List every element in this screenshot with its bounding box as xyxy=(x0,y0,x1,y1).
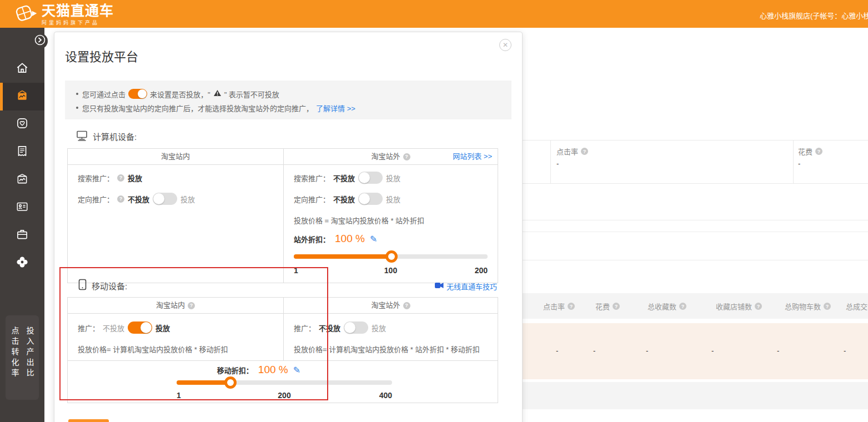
app-logo: 天猫直通车 阿里妈妈旗下产品 xyxy=(14,2,114,27)
dialog-title: 设置投放平台 xyxy=(65,47,138,64)
platform-settings-dialog: ✕ 设置投放平台 您可通过点击 来设置是否投放，" " 表示暂不可投放 您只有投… xyxy=(54,32,523,422)
mobile-slider-labels: 1 200 400 xyxy=(177,391,392,401)
tip2-text: 您只有投放淘宝站内的定向推广后，才能选择投放淘宝站外的定向推广， xyxy=(82,103,313,113)
outside-discount-slider[interactable] xyxy=(294,254,488,259)
question-icon[interactable]: ? xyxy=(755,303,762,310)
sidebar-nav xyxy=(0,55,44,277)
question-icon[interactable]: ? xyxy=(679,303,686,310)
tip-line-2: 您只有投放淘宝站内的定向推广后，才能选择投放淘宝站外的定向推广， 了解详情 >> xyxy=(75,103,501,113)
stat-value: - xyxy=(777,346,779,355)
sidebar-item-toolbox[interactable] xyxy=(0,222,44,249)
tips-box: 您可通过点击 来设置是否投放，" " 表示暂不可投放 您只有投放淘宝站内的定向推… xyxy=(65,81,511,119)
stat-col-shop-favorites: 收藏店铺数? xyxy=(716,301,762,312)
stat-col-cost: 花费? xyxy=(595,301,620,312)
stat-col-orders: 总成交笔? xyxy=(846,301,868,312)
mobile-outside-promo-row: 推广： 不投放 投放 xyxy=(294,321,488,334)
sidebar-item-favorites[interactable] xyxy=(0,110,44,138)
mobile-inside-header: 淘宝站内 ? xyxy=(68,298,284,313)
wireless-tips-link[interactable]: 无线直通车技巧 xyxy=(435,281,497,292)
sidebar-item-lens[interactable] xyxy=(0,249,44,277)
question-icon[interactable]: ? xyxy=(815,148,822,155)
mobile-outside-promo-toggle[interactable] xyxy=(344,321,368,334)
app-subtitle: 阿里妈妈旗下产品 xyxy=(42,19,114,26)
stats-table-header: 点击率? 花费? 总收藏数? 收藏店铺数? 总购物车数? 总成交笔? xyxy=(523,293,868,319)
computer-outside-target-row: 定向推广： 不投放 投放 xyxy=(294,193,488,205)
question-icon[interactable]: ? xyxy=(824,303,831,310)
mobile-inside-price-formula: 投放价格= 计算机淘宝站内投放价格 * 移动折扣 xyxy=(78,344,273,354)
outside-slider-labels: 1 100 200 xyxy=(294,266,488,276)
stat-value: - xyxy=(711,346,714,355)
tip1-text-mid: 来设置是否投放，" xyxy=(150,89,210,99)
mobile-platform-table: 淘宝站内 ? 淘宝站外 ? 推广： 不投放 投放 投放价格= 计算机淘宝站内投放… xyxy=(67,297,498,403)
video-camera-icon xyxy=(435,282,444,290)
report-receipt-icon xyxy=(16,144,29,160)
sidebar-item-reports[interactable] xyxy=(0,138,44,166)
question-icon[interactable]: ? xyxy=(581,148,588,155)
tip-line-1: 您可通过点击 来设置是否投放，" " 表示暂不可投放 xyxy=(75,87,501,101)
bg-ctr-header: 点击率 ? xyxy=(556,146,588,157)
tip1-text-pre: 您可通过点击 xyxy=(82,89,126,99)
outside-discount-row: 站外折扣： 100 % ✎ xyxy=(294,232,488,246)
computer-inside-header: 淘宝站内 xyxy=(68,149,284,164)
mobile-inside-promo-toggle[interactable] xyxy=(128,321,152,334)
top-bar: 天猫直通车 阿里妈妈旗下产品 心雅小栈旗舰店(子帐号：心雅小栈 xyxy=(0,0,868,28)
toggle-example-icon xyxy=(128,89,147,99)
learn-more-link[interactable]: 了解详情 >> xyxy=(316,103,355,113)
chevron-right-icon xyxy=(33,33,47,49)
site-list-link[interactable]: 网站列表 >> xyxy=(453,149,492,164)
stats-table-row[interactable]: - - - - - - xyxy=(523,323,868,379)
sidebar-item-campaign-active[interactable] xyxy=(0,83,44,110)
computer-inside-search-row: 搜索推广： ? 投放 xyxy=(78,172,273,184)
home-icon xyxy=(16,61,29,77)
sidebar-item-creatives[interactable] xyxy=(0,166,44,194)
mobile-discount-slider[interactable] xyxy=(177,380,392,385)
background-page: 点击率 ? - 花费 ? - 点击率? 花费? 总收藏数? 收藏店铺数? 总购物… xyxy=(523,28,868,422)
stat-value: - xyxy=(646,346,648,355)
picture-frame-icon xyxy=(16,172,29,188)
edit-pencil-icon[interactable]: ✎ xyxy=(293,365,300,375)
sidebar-item-customer-card[interactable] xyxy=(0,194,44,222)
bg-cost-header: 花费 ? xyxy=(798,146,822,157)
question-icon[interactable]: ? xyxy=(117,195,124,203)
question-icon[interactable]: ? xyxy=(117,174,124,182)
sidebar-expand-button[interactable] xyxy=(32,33,48,49)
question-icon[interactable]: ? xyxy=(403,153,410,160)
outside-discount-value: 100 % xyxy=(335,233,365,245)
lens-clover-icon xyxy=(16,255,29,271)
account-name[interactable]: 心雅小栈旗舰店(子帐号：心雅小栈 xyxy=(760,10,868,21)
mobile-outside-header: 淘宝站外 ? xyxy=(284,298,498,313)
background-top-row: 点击率 ? - 花费 ? - xyxy=(523,140,868,184)
campaign-banner-icon xyxy=(16,89,29,104)
bg-ctr-value: - xyxy=(556,159,559,168)
computer-outside-target-toggle[interactable] xyxy=(358,193,383,205)
warning-triangle-icon xyxy=(213,89,222,98)
stat-col-ctr: 点击率? xyxy=(543,301,575,312)
briefcase-icon xyxy=(16,228,29,243)
heart-badge-icon xyxy=(16,117,29,132)
computer-section-heading: 计算机设备: xyxy=(76,130,137,142)
stat-col-carts: 总购物车数? xyxy=(785,301,831,312)
question-icon[interactable]: ? xyxy=(568,303,575,310)
slider-handle[interactable] xyxy=(224,376,237,389)
computer-platform-table: 淘宝站内 淘宝站外 ? 网站列表 >> 搜索推广： ? 投放 定向推广： ? 不… xyxy=(67,148,498,283)
computer-outside-header: 淘宝站外 ? 网站列表 >> xyxy=(284,149,498,164)
id-card-icon xyxy=(16,200,29,215)
save-button[interactable] xyxy=(68,419,109,422)
computer-inside-target-toggle[interactable] xyxy=(153,193,177,205)
edit-pencil-icon[interactable]: ✎ xyxy=(370,234,377,244)
question-icon[interactable]: ? xyxy=(403,302,410,309)
metric-click-conversion: 点击转化率 xyxy=(9,326,21,400)
computer-outside-search-toggle[interactable] xyxy=(358,172,383,184)
sidebar-item-home[interactable] xyxy=(0,55,44,83)
close-icon[interactable]: ✕ xyxy=(499,39,511,51)
question-icon[interactable]: ? xyxy=(613,303,620,310)
question-icon[interactable]: ? xyxy=(188,302,195,309)
slider-handle[interactable] xyxy=(385,250,398,263)
sidebar-metric-panel[interactable]: 点击转化率 投入产出比 xyxy=(6,315,39,400)
tip1-text-end: " 表示暂不可投放 xyxy=(224,89,279,99)
computer-inside-target-row: 定向推广： ? 不投放 投放 xyxy=(78,193,273,205)
mobile-section-heading: 移动设备: xyxy=(78,279,127,292)
mobile-discount-value: 100 % xyxy=(258,364,288,376)
computer-outside-search-row: 搜索推广： 不投放 投放 xyxy=(294,172,488,184)
outside-price-formula: 投放价格 = 淘宝站内投放价格 * 站外折扣 xyxy=(294,215,488,225)
